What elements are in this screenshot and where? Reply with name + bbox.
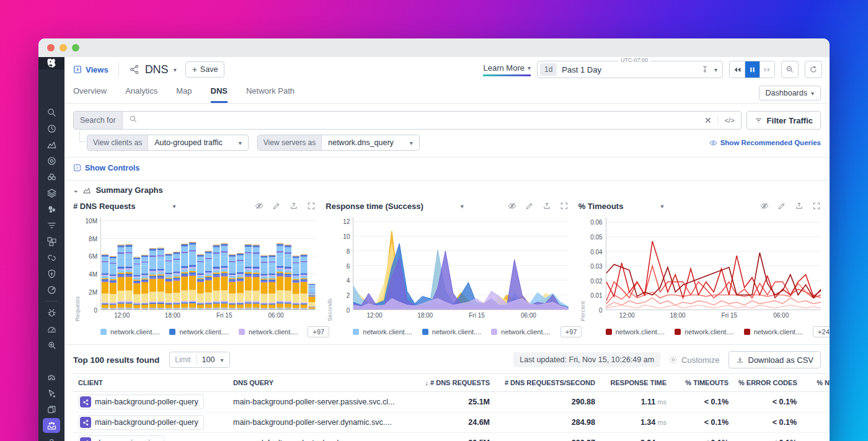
pause-button[interactable] — [745, 61, 760, 78]
chevron-down-icon[interactable]: ▾ — [461, 203, 464, 210]
column-header-response-time[interactable]: RESPONSE TIME — [600, 374, 671, 392]
edit-graph-icon[interactable] — [777, 202, 786, 210]
chart-title[interactable]: % Timeouts — [578, 202, 624, 211]
column-header--error-codes[interactable]: % ERROR CODES — [733, 374, 802, 392]
datadog-logo[interactable] — [38, 57, 64, 69]
infrastructure-icon[interactable] — [43, 185, 60, 200]
view-clients-as-select[interactable]: Auto-grouped traffic▾ — [148, 135, 248, 150]
apm-target-icon[interactable] — [43, 153, 60, 168]
automation-cursor-icon[interactable] — [43, 386, 60, 401]
filter-traffic-button[interactable]: Filter Traffic — [746, 111, 821, 130]
tab-analytics[interactable]: Analytics — [125, 86, 157, 103]
watchdog-icon[interactable] — [43, 169, 60, 184]
pin-icon[interactable] — [701, 65, 709, 74]
close-window-button[interactable] — [47, 44, 55, 51]
view-title[interactable]: DNS ▾ — [129, 63, 177, 76]
show-controls-link[interactable]: Show Controls — [73, 164, 140, 172]
ci-gauge-icon[interactable] — [43, 282, 60, 297]
network-inbox-icon[interactable] — [43, 418, 60, 433]
dashboards-icon[interactable] — [43, 234, 60, 249]
export-graph-icon[interactable] — [795, 202, 804, 210]
tab-overview[interactable]: Overview — [73, 86, 107, 103]
export-graph-icon[interactable] — [542, 202, 551, 210]
show-recommended-queries-link[interactable]: Show Recommended Queries — [709, 139, 821, 147]
edit-graph-icon[interactable] — [525, 202, 534, 210]
time-range-picker[interactable]: UTC-07:00 1d Past 1 Day ▾ — [537, 61, 723, 78]
export-graph-icon[interactable] — [290, 202, 298, 210]
save-button[interactable]: + Save — [185, 61, 225, 78]
views-button[interactable]: Views — [73, 65, 108, 74]
minimize-window-button[interactable] — [60, 44, 67, 51]
search-input[interactable] — [138, 116, 698, 125]
legend-item[interactable]: network.client.... — [239, 328, 298, 336]
legend-item[interactable]: network.client.... — [169, 328, 228, 336]
column-header--dns-requests-second[interactable]: # DNS REQUESTS/SECOND — [495, 374, 600, 392]
view-servers-as-select[interactable]: network.dns_query▾ — [322, 135, 419, 150]
chevron-down-icon[interactable]: ▾ — [172, 203, 175, 210]
zoom-out-button[interactable] — [781, 61, 799, 78]
tab-map[interactable]: Map — [176, 86, 192, 103]
legend-more-badge[interactable]: +24 — [813, 326, 830, 337]
legend-item[interactable]: network.client.... — [491, 328, 550, 336]
chevron-down-icon[interactable]: ▾ — [714, 66, 717, 73]
dashboards-dropdown[interactable]: Dashboards▾ — [759, 86, 821, 100]
divider — [118, 63, 119, 76]
code-view-icon[interactable]: </> — [718, 117, 735, 124]
hide-graph-icon[interactable] — [255, 202, 264, 210]
legend-item[interactable]: network.client.... — [744, 328, 803, 336]
database-search-icon[interactable] — [43, 337, 60, 352]
performance-gauge-icon[interactable] — [43, 321, 60, 336]
limit-select[interactable]: 100▾ — [197, 355, 229, 364]
column-header--timeouts[interactable]: % TIMEOUTS — [671, 374, 733, 392]
chart-plot-area[interactable] — [606, 217, 821, 310]
table-row[interactable]: main-background-poller-querymain-backgro… — [73, 412, 830, 433]
legend-item[interactable]: network.client.... — [422, 328, 481, 336]
legend-item[interactable]: network.client.... — [675, 328, 733, 336]
chart-plot-area[interactable] — [100, 217, 316, 310]
column-header-dns-query[interactable]: DNS QUERY — [228, 374, 414, 392]
client-chip[interactable]: main-background-poller-query — [78, 394, 204, 409]
legend-item[interactable]: network.client.... — [100, 328, 159, 336]
hide-graph-icon[interactable] — [760, 202, 769, 210]
metrics-icon[interactable] — [43, 137, 60, 152]
column-header-client[interactable]: CLIENT — [73, 374, 228, 392]
learn-more-dropdown[interactable]: Learn More▾ — [483, 63, 531, 76]
synthetics-chain-icon[interactable] — [43, 250, 60, 265]
chart-title[interactable]: Response time (Success) — [326, 202, 423, 211]
step-back-button[interactable] — [730, 61, 745, 78]
bug-icon[interactable] — [43, 305, 60, 320]
tab-dns[interactable]: DNS — [211, 86, 228, 103]
search-icon[interactable] — [43, 105, 60, 120]
expand-graph-icon[interactable] — [307, 202, 316, 210]
step-forward-button[interactable] — [760, 61, 774, 78]
column-header--dns-requests[interactable]: ↓# DNS REQUESTS — [414, 374, 495, 392]
chart-title[interactable]: # DNS Requests — [73, 202, 135, 211]
help-icon[interactable]: ? — [43, 434, 60, 441]
tab-network-path[interactable]: Network Path — [246, 86, 294, 103]
expand-graph-icon[interactable] — [812, 202, 821, 210]
client-chip[interactable]: chaos-engineering — [78, 435, 164, 441]
zoom-window-button[interactable] — [72, 44, 79, 51]
integrations-puzzle-icon[interactable] — [43, 370, 60, 385]
table-row[interactable]: chaos-engineeringmongo.default.svc.clust… — [73, 433, 830, 441]
table-row[interactable]: main-background-poller-querymain-backgro… — [73, 392, 830, 412]
customize-button[interactable]: Customize — [669, 355, 719, 365]
clear-search-icon[interactable]: ✕ — [704, 115, 712, 125]
collapse-chevron-icon[interactable]: ⌄ — [73, 187, 78, 194]
chevron-down-icon[interactable]: ▾ — [660, 203, 663, 210]
security-shield-icon[interactable] — [43, 266, 60, 281]
column-header--nxdomain[interactable]: % NXDOMAIN — [802, 374, 830, 392]
chart-plot-area[interactable] — [353, 217, 568, 310]
download-csv-button[interactable]: Download as CSV — [728, 351, 822, 368]
session-replay-icon[interactable] — [43, 402, 60, 417]
edit-graph-icon[interactable] — [272, 202, 281, 210]
refresh-button[interactable] — [805, 61, 822, 78]
history-icon[interactable] — [43, 121, 60, 136]
client-chip[interactable]: main-background-poller-query — [78, 415, 204, 430]
legend-item[interactable]: network.client.... — [353, 328, 412, 336]
legend-item[interactable]: network.client.... — [606, 328, 665, 336]
logs-icon[interactable] — [43, 218, 60, 233]
expand-graph-icon[interactable] — [560, 202, 569, 210]
service-map-icon[interactable] — [43, 202, 60, 216]
hide-graph-icon[interactable] — [508, 202, 516, 210]
